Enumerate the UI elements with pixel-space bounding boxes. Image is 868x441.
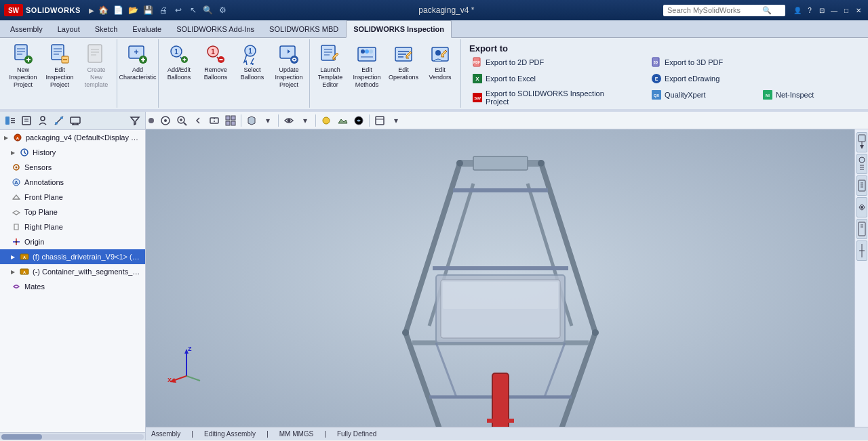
edit-inspection-methods-btn[interactable]: EditInspectionMethods: [349, 41, 384, 91]
hide-show-btn[interactable]: [281, 113, 296, 128]
save-btn[interactable]: 💾: [142, 3, 155, 17]
tree-chassis[interactable]: ▶ A (f) chassis_drivetrain_V9<1> (Defa..…: [0, 249, 145, 264]
filter-btn[interactable]: [127, 113, 142, 128]
tree-annotations[interactable]: A Annotations: [0, 175, 145, 190]
app-logo: SW SOLIDWORKS: [4, 4, 81, 16]
tab-assembly[interactable]: Assembly: [3, 20, 50, 38]
tree-mates[interactable]: Mates: [0, 279, 145, 294]
edit-operations-btn[interactable]: EditOperations: [386, 41, 421, 84]
restore-btn[interactable]: ⊡: [816, 5, 827, 15]
new-btn[interactable]: 📄: [112, 3, 125, 17]
horizontal-scrollbar[interactable]: [0, 432, 145, 440]
rs-btn6[interactable]: [856, 240, 867, 261]
rs-btn2[interactable]: [856, 154, 867, 174]
undo-btn[interactable]: ↩: [172, 3, 185, 17]
display-style-btn[interactable]: [244, 113, 259, 128]
open-btn[interactable]: 📂: [127, 3, 140, 17]
status-assembly: Assembly: [151, 430, 180, 438]
print-btn[interactable]: 🖨: [157, 3, 170, 17]
tree-origin[interactable]: Origin: [0, 234, 145, 249]
tree-container[interactable]: ▶ A (-) Container_with_segments_she...: [0, 264, 145, 279]
feature-manager-btn[interactable]: [3, 113, 18, 128]
tab-addins[interactable]: SOLIDWORKS Add-Ins: [169, 20, 262, 38]
view-mode-arrow[interactable]: ▾: [389, 113, 403, 128]
main-content: ▾ ▾ ▾: [146, 112, 868, 440]
add-edit-balloons-btn[interactable]: 1 Add/EditBalloons: [161, 41, 197, 84]
tab-layout[interactable]: Layout: [50, 20, 87, 38]
select-btn[interactable]: ↖: [186, 3, 200, 17]
rs-btn4[interactable]: [856, 197, 867, 217]
tab-inspection[interactable]: SOLIDWORKS Inspection: [346, 20, 452, 38]
remove-balloons-btn[interactable]: 1 RemoveBalloons: [198, 41, 233, 84]
hide-show-arrow[interactable]: ▾: [298, 113, 313, 128]
coordinate-indicator: Z X: [166, 345, 207, 386]
view-heads-up-btn[interactable]: [856, 132, 867, 152]
mates-icon: [11, 281, 22, 292]
magnify-btn[interactable]: 🔍: [201, 3, 215, 17]
select-balloons-btn[interactable]: 1 SelectBalloons: [235, 41, 270, 84]
zoom-area-btn[interactable]: [174, 113, 189, 128]
tab-sketch[interactable]: Sketch: [87, 20, 125, 38]
create-new-template-btn[interactable]: CreateNewtemplate: [79, 41, 114, 91]
export-excel-btn[interactable]: X Export to Excel: [467, 71, 618, 86]
viewport-indicator: [149, 118, 154, 123]
edit-vendors-btn[interactable]: EditVendors: [422, 41, 458, 84]
export-2d-pdf-btn[interactable]: PDF Export to 2D PDF: [467, 55, 618, 70]
quality-xpert-btn[interactable]: QX QualityXpert: [646, 87, 754, 102]
realview-btn[interactable]: [351, 113, 366, 128]
add-characteristic-label: AddCharacteristic: [119, 66, 157, 81]
window-max-btn[interactable]: □: [841, 5, 852, 15]
scene-btn[interactable]: [335, 113, 350, 128]
tree-right-plane[interactable]: Right Plane: [0, 219, 145, 234]
window-min-btn[interactable]: —: [829, 5, 840, 15]
svg-rect-79: [71, 117, 80, 123]
export-3d-pdf-btn[interactable]: 3D Export to 3D PDF: [646, 55, 865, 70]
view-palette-btn[interactable]: [223, 113, 238, 128]
svg-point-165: [861, 206, 863, 209]
net-inspect-btn[interactable]: NI Net-Inspect: [757, 87, 865, 102]
minimize-btn[interactable]: 👤: [792, 5, 803, 15]
help-btn[interactable]: ?: [804, 5, 815, 15]
svg-text:SW: SW: [8, 7, 20, 14]
expand-arrow[interactable]: ▶: [86, 7, 97, 14]
tree-top-plane[interactable]: Top Plane: [0, 205, 145, 219]
display-style-arrow[interactable]: ▾: [260, 113, 275, 128]
dim-xpert-btn[interactable]: [52, 113, 66, 128]
tree-history[interactable]: ▶ History: [0, 145, 145, 160]
view-mode-btn[interactable]: [372, 113, 387, 128]
tree-front-plane[interactable]: Front Plane: [0, 190, 145, 205]
prev-view-btn[interactable]: [191, 113, 205, 128]
view-orient-btn[interactable]: [158, 113, 173, 128]
update-inspection-project-btn[interactable]: UpdateInspectionProject: [271, 41, 307, 91]
edit-inspection-project-btn[interactable]: EditInspectionProject: [42, 41, 77, 91]
vt-sep4: [369, 114, 370, 127]
home-btn[interactable]: 🏠: [97, 3, 111, 17]
search-input[interactable]: [667, 6, 762, 14]
settings-btn[interactable]: ⚙: [216, 3, 230, 17]
3d-viewport[interactable]: Z X: [146, 129, 854, 427]
section-view-btn[interactable]: [207, 113, 222, 128]
window-close-btn[interactable]: ✕: [853, 5, 864, 15]
add-characteristic-btn[interactable]: + AddCharacteristic: [120, 41, 155, 84]
property-manager-btn[interactable]: [19, 113, 34, 128]
export-edrawing-btn[interactable]: E Export eDrawing: [646, 71, 865, 86]
appearance-btn[interactable]: [319, 113, 334, 128]
rs-btn5[interactable]: [856, 219, 867, 239]
search-icon: 🔍: [762, 6, 772, 15]
svg-text:+: +: [134, 47, 138, 57]
search-box[interactable]: 🔍: [663, 5, 785, 16]
export-sw-btn[interactable]: SW Export to SOLIDWORKS Inspection Proje…: [467, 87, 618, 108]
svg-text:A: A: [14, 180, 18, 186]
export-section: Export to PDF Export to 2D PDF X Export …: [461, 39, 865, 108]
launch-template-editor-btn[interactable]: LaunchTemplateEditor: [313, 41, 348, 91]
tab-mbd[interactable]: SOLIDWORKS MBD: [262, 20, 346, 38]
new-inspection-project-btn[interactable]: NewInspectionProject: [5, 41, 41, 91]
tab-evaluate[interactable]: Evaluate: [125, 20, 169, 38]
display-manager-btn[interactable]: [68, 113, 83, 128]
config-manager-btn[interactable]: [35, 113, 50, 128]
rs-btn3[interactable]: [856, 175, 867, 196]
scrollbar-thumb[interactable]: [1, 434, 42, 440]
tree-root-item[interactable]: ▶ A packaging_v4 (Default<Display State-: [0, 130, 145, 145]
svg-point-44: [361, 49, 365, 54]
tree-sensors[interactable]: Sensors: [0, 160, 145, 175]
